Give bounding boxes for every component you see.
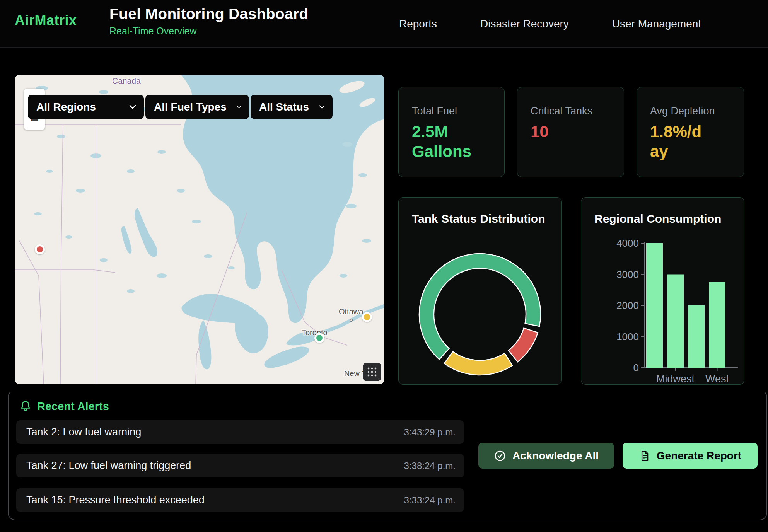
page-subtitle: Real-Time Overview (109, 26, 308, 37)
map-panel[interactable]: Canada Ottawa Toronto New York + − All R… (15, 75, 384, 384)
tank-marker-normal[interactable] (314, 333, 324, 343)
kpi-card-avg-depletion: Avg Depletion 1.8%/day (637, 87, 744, 177)
alert-text: Tank 15: Pressure threshold exceeded (26, 494, 205, 506)
tank-status-panel: Tank Status Distribution (398, 197, 562, 385)
filter-regions-select[interactable]: All Regions (28, 95, 144, 119)
x-tick-label: Midwest (656, 373, 695, 385)
title-block: Fuel Monitoring Dashboard Real-Time Over… (109, 5, 308, 37)
page-title: Fuel Monitoring Dashboard (109, 5, 308, 22)
alert-timestamp: 3:43:29 p.m. (404, 427, 456, 438)
nav-item-reports[interactable]: Reports (399, 18, 437, 30)
bell-icon (19, 400, 32, 413)
generate-report-label: Generate Report (657, 450, 741, 462)
regional-consumption-panel: Regional Consumption 01000200030004000Mi… (581, 197, 744, 385)
map-filters: All Regions All Fuel Types All Status (28, 95, 333, 119)
filter-fuel-types-value: All Fuel Types (154, 101, 227, 113)
x-tick-label: West (705, 373, 729, 385)
donut-segment-warning[interactable] (444, 351, 512, 375)
alerts-panel: Recent Alerts Tank 2: Low fuel warning 3… (8, 390, 767, 520)
bar-region-3[interactable] (688, 305, 705, 368)
filter-fuel-types-select[interactable]: All Fuel Types (145, 95, 249, 119)
bar-Midwest[interactable] (667, 275, 684, 368)
file-text-icon (639, 450, 650, 462)
alerts-header: Recent Alerts (19, 400, 109, 413)
ottawa-city-dot (350, 319, 353, 322)
chevron-down-icon (129, 105, 136, 109)
alert-timestamp: 3:38:24 p.m. (404, 460, 456, 471)
acknowledge-all-button[interactable]: Acknowledge All (478, 443, 614, 469)
kpi-value: 1.8%/day (650, 122, 702, 161)
tank-marker-critical[interactable] (35, 244, 45, 254)
check-circle-icon (494, 450, 506, 462)
regional-consumption-title: Regional Consumption (594, 212, 721, 225)
y-tick-label: 3000 (616, 269, 639, 280)
tank-status-title: Tank Status Distribution (412, 212, 545, 225)
kpi-card-total-fuel: Total Fuel 2.5M Gallons (398, 87, 505, 177)
filter-status-select[interactable]: All Status (251, 95, 333, 119)
kpi-card-critical-tanks: Critical Tanks 10 (517, 87, 624, 177)
kpi-value: 10 (531, 122, 610, 142)
main-nav: Reports Disaster Recovery User Managemen… (399, 0, 701, 48)
tank-marker-warning[interactable] (362, 312, 372, 322)
brand-logo: AirMatrix (15, 12, 77, 29)
nav-item-disaster-recovery[interactable]: Disaster Recovery (480, 18, 569, 30)
kpi-label: Total Fuel (412, 105, 491, 117)
generate-report-button[interactable]: Generate Report (623, 443, 758, 469)
kpi-value: 2.5M Gallons (412, 122, 491, 161)
alert-row[interactable]: Tank 27: Low fuel warning triggered 3:38… (16, 454, 464, 477)
tank-status-donut-chart[interactable] (399, 198, 562, 385)
alert-row[interactable]: Tank 15: Pressure threshold exceeded 3:3… (16, 488, 464, 512)
y-tick-label: 0 (633, 362, 639, 373)
map-canvas[interactable] (15, 75, 384, 384)
alert-row[interactable]: Tank 2: Low fuel warning 3:43:29 p.m. (16, 420, 464, 444)
y-tick-label: 4000 (616, 237, 639, 249)
alerts-title: Recent Alerts (37, 400, 109, 413)
alert-text: Tank 27: Low fuel warning triggered (26, 460, 191, 472)
chevron-down-icon (319, 105, 325, 109)
bar-West[interactable] (709, 282, 725, 368)
donut-segment-critical[interactable] (509, 328, 538, 362)
nav-item-user-management[interactable]: User Management (612, 18, 701, 30)
drag-handle-icon[interactable] (363, 363, 381, 381)
kpi-label: Avg Depletion (650, 105, 730, 117)
alert-timestamp: 3:33:24 p.m. (404, 495, 456, 506)
filter-regions-value: All Regions (36, 101, 96, 113)
regional-consumption-bar-chart[interactable]: 01000200030004000MidwestWest (581, 198, 745, 385)
chevron-down-icon (237, 105, 241, 109)
app-header: AirMatrix Fuel Monitoring Dashboard Real… (0, 0, 768, 48)
kpi-label: Critical Tanks (531, 105, 611, 117)
alert-text: Tank 2: Low fuel warning (26, 426, 141, 438)
acknowledge-all-label: Acknowledge All (512, 450, 599, 462)
y-tick-label: 1000 (616, 331, 639, 343)
bar-region-1[interactable] (646, 243, 663, 368)
map-label-canada: Canada (112, 76, 141, 85)
filter-status-value: All Status (259, 101, 309, 113)
y-tick-label: 2000 (616, 300, 639, 311)
map-label-ottawa: Ottawa (339, 307, 363, 316)
